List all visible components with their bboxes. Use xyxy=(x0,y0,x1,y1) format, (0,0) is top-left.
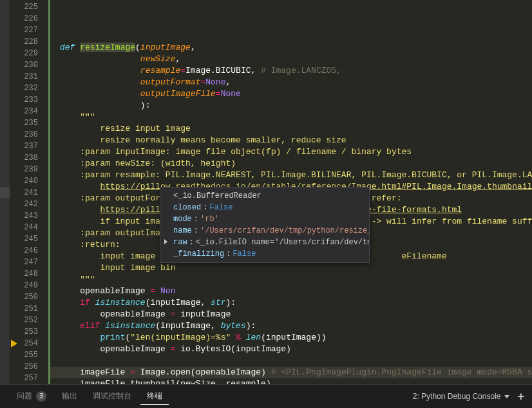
code-line[interactable]: print("len(inputImage)=%s" % len(inputIm… xyxy=(48,332,532,344)
line-number[interactable]: 228 xyxy=(10,36,48,48)
line-number[interactable]: 226 xyxy=(10,13,48,24)
line-number[interactable]: 227 xyxy=(10,24,48,36)
line-number[interactable]: 254 xyxy=(10,338,48,349)
line-number[interactable]: 245 xyxy=(10,233,48,245)
code-line[interactable]: def resizeImage(inputImage, xyxy=(48,42,532,53)
git-change-stripe xyxy=(48,0,50,384)
panel-tab-label: 问题 xyxy=(17,391,32,400)
line-number[interactable]: 235 xyxy=(10,117,48,129)
line-number[interactable]: 257 xyxy=(10,373,48,384)
code-line[interactable]: input image bin xyxy=(48,262,532,274)
debug-property-row[interactable]: mode: 'rb' xyxy=(160,213,369,225)
code-line[interactable]: ): xyxy=(48,100,532,112)
line-number[interactable]: 241 xyxy=(10,187,48,199)
code-line[interactable]: """ xyxy=(48,112,532,123)
line-number[interactable]: 240 xyxy=(10,175,48,187)
code-line[interactable]: resize input image xyxy=(48,123,532,135)
chevron-down-icon xyxy=(504,395,509,398)
line-number[interactable]: 239 xyxy=(10,164,48,175)
line-number[interactable]: 249 xyxy=(10,280,48,291)
debug-property-row[interactable]: name: '/Users/crifan/dev/tmp/python/resi… xyxy=(160,225,369,237)
code-line[interactable]: resize normally means become smaller, re… xyxy=(48,135,532,146)
terminal-selector[interactable]: 2: Python Debug Console xyxy=(413,392,510,401)
new-terminal-button[interactable]: + xyxy=(517,392,524,401)
line-number[interactable]: 231 xyxy=(10,71,48,83)
code-line[interactable]: if isinstance(inputImage, str): xyxy=(48,297,532,309)
activity-marker xyxy=(0,187,10,199)
panel-tab-label: 输出 xyxy=(62,391,77,400)
line-number[interactable]: 234 xyxy=(10,106,48,117)
line-number[interactable]: 250 xyxy=(10,291,48,303)
bottom-panel: 问题3输出调试控制台终端 2: Python Debug Console + xyxy=(0,384,532,408)
code-line[interactable]: openableImage = inputImage xyxy=(48,309,532,320)
expand-icon[interactable] xyxy=(164,239,167,244)
line-number[interactable]: 252 xyxy=(10,315,48,326)
line-number[interactable]: 256 xyxy=(10,361,48,373)
code-line[interactable]: newSize, xyxy=(48,53,532,65)
debug-property-row[interactable]: _finalizing: False xyxy=(160,248,369,260)
line-number[interactable]: 238 xyxy=(10,152,48,164)
code-line[interactable]: outputImageFile=None xyxy=(48,88,532,100)
line-number[interactable]: 225 xyxy=(10,1,48,13)
code-line[interactable]: imageFile.thumbnail(newSize, resample) xyxy=(48,378,532,384)
line-number[interactable]: 246 xyxy=(10,245,48,257)
code-line[interactable]: :param resample: PIL.Image.NEAREST, PIL.… xyxy=(48,170,532,181)
code-line[interactable] xyxy=(48,355,532,367)
line-number[interactable]: 251 xyxy=(10,303,48,315)
line-number[interactable]: 253 xyxy=(10,326,48,338)
line-number[interactable]: 233 xyxy=(10,94,48,106)
code-line[interactable] xyxy=(48,30,532,42)
code-line[interactable]: :param inputImage: image file object(fp)… xyxy=(48,146,532,158)
line-number[interactable]: 248 xyxy=(10,268,48,280)
debug-property-row[interactable]: closed: False xyxy=(160,202,369,213)
code-line[interactable]: """ xyxy=(48,274,532,286)
line-number-gutter[interactable]: 2252262272282292302312322332342352362372… xyxy=(10,0,48,384)
panel-tabs: 问题3输出调试控制台终端 xyxy=(0,388,169,405)
debug-hover-popup[interactable]: <_io.BufferedReader closed: Falsemode: '… xyxy=(160,187,370,263)
line-number[interactable]: 242 xyxy=(10,199,48,210)
debug-property-row[interactable]: raw: <_io.FileIO name='/Users/crifan/dev… xyxy=(160,237,369,248)
code-line[interactable]: :param newSize: (width, height) xyxy=(48,158,532,170)
line-number[interactable]: 237 xyxy=(10,141,48,152)
panel-tab-label: 调试控制台 xyxy=(93,391,131,400)
line-number[interactable]: 255 xyxy=(10,349,48,361)
panel-tab[interactable]: 输出 xyxy=(55,388,84,405)
code-line[interactable]: openableImage = io.BytesIO(inputImage) xyxy=(48,344,532,355)
panel-tab[interactable]: 调试控制台 xyxy=(86,388,138,405)
line-number[interactable]: 236 xyxy=(10,129,48,141)
activity-bar[interactable] xyxy=(0,0,10,384)
panel-tab-label: 终端 xyxy=(147,391,162,400)
debug-popup-header: <_io.BufferedReader xyxy=(160,190,369,202)
line-number[interactable]: 247 xyxy=(10,257,48,268)
code-line[interactable]: imageFile = Image.open(openableImage) # … xyxy=(48,367,532,378)
line-number[interactable]: 230 xyxy=(10,59,48,71)
terminal-selector-label: 2: Python Debug Console xyxy=(413,392,501,401)
line-number[interactable]: 229 xyxy=(10,48,48,59)
code-line[interactable]: resample=Image.BICUBIC, # Image.LANCZOS, xyxy=(48,65,532,77)
code-line[interactable]: outputFormat=None, xyxy=(48,77,532,88)
breakpoint-icon[interactable] xyxy=(11,340,17,347)
line-number[interactable]: 244 xyxy=(10,222,48,233)
panel-tab-badge: 3 xyxy=(36,391,46,402)
editor: 2252262272282292302312322332342352362372… xyxy=(0,0,532,384)
panel-tab[interactable]: 终端 xyxy=(140,388,169,405)
line-number[interactable]: 243 xyxy=(10,210,48,222)
line-number[interactable]: 232 xyxy=(10,83,48,94)
panel-tab[interactable]: 问题3 xyxy=(10,388,53,405)
code-line[interactable]: elif isinstance(inputImage, bytes): xyxy=(48,320,532,332)
code-line[interactable]: openableImage = Non xyxy=(48,286,532,297)
